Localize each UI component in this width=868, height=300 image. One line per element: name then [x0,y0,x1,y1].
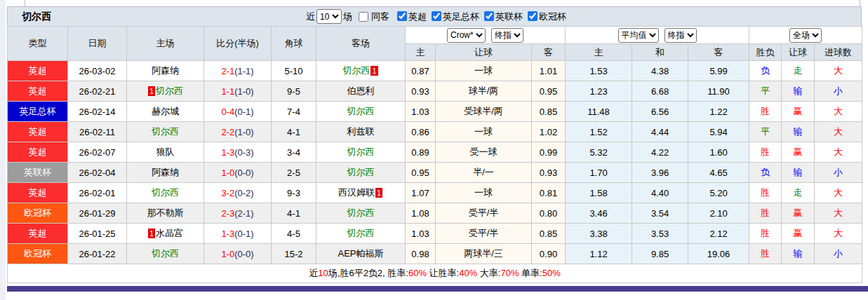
handicap-result-cell: 赢 [782,203,815,224]
goals-result-cell: 大 [815,102,862,122]
handicap-result-cell: 输 [782,81,815,102]
crow-away-odds: 0.81 [532,183,566,203]
bottom-bar [7,286,868,292]
away-team: 切尔西1 [316,61,406,81]
games-label: 场 [343,11,352,23]
subcol-home-odds: 主 [406,44,436,61]
summary-row: 近10场,胜6平2负2, 胜率:60% 让胜率:40% 大率:70% 单率:50… [8,264,862,283]
avg-home-odds: 11.48 [566,102,632,122]
team-name: 伯恩利 [347,86,375,96]
goals-result-cell: 大 [815,122,862,142]
avg-home-odds: 3.38 [566,224,632,244]
team-name: 切尔西 [347,106,375,116]
home-team: 阿森纳 [127,163,204,183]
match-date: 26-02-11 [68,122,127,142]
handicap-result-cell: 输 [782,244,815,264]
avg-draw-odds: 4.38 [632,61,688,81]
score-cell: 2-2(1-0) [204,122,272,142]
result-group-header: 全场 [749,27,862,44]
score-cell: 2-1(1-1) [204,61,272,81]
avg-home-odds: 1.58 [566,183,632,203]
handicap-result-cell: 赢 [782,102,815,122]
corners: 15-2 [272,244,316,264]
league-checkbox-label: 英联杯 [495,11,523,22]
crow-home-odds: 0.93 [406,81,436,102]
result-cell: 胜 [749,102,782,122]
avg-away-odds: 2.12 [688,224,749,244]
fulltime-select[interactable]: 全场 [789,28,822,43]
same-away-label: 同客 [371,11,389,23]
same-away-checkbox[interactable] [359,12,368,22]
team-name: 切尔西 [152,248,179,259]
league-badge: 英超 [8,61,68,81]
handicap-result-cell: 走 [782,183,815,203]
team-name: 切尔西 [347,146,375,157]
match-date: 26-02-14 [68,102,127,122]
crow-away-odds: 0.90 [532,244,566,264]
fulltime-score: 1-3 [221,147,234,158]
league-checkbox-3[interactable] [484,11,494,21]
match-date: 26-02-04 [68,163,127,183]
avg-away-odds: 11.90 [688,81,749,102]
league-badge: 英足总杯 [8,102,68,122]
team-name: 狼队 [156,146,175,157]
crow-handicap: 两球半/三 [436,244,532,264]
avg-home-odds: 5.32 [566,142,632,163]
fulltime-score: 3-2 [221,188,234,198]
summary-stat-value: 10 [318,268,328,278]
away-team: 切尔西 [316,142,406,163]
home-team: 阿森纳 [127,61,204,81]
fulltime-score: 1-3 [221,229,234,239]
crow-home-odds: 0.89 [406,142,436,163]
corners: 3-4 [272,142,316,163]
rank-badge: 1 [148,229,155,238]
matches-table: 类型 日期 主场 比分(半场) 角球 客场 Crow* 终指 平均值 [7,26,862,283]
avg-home-odds: 1.12 [566,244,632,264]
team-name: 切尔西 [152,187,179,198]
subcol-avg-away: 客 [688,44,749,61]
league-checkbox-4[interactable] [528,11,538,21]
goals-result-cell: 小 [815,163,862,183]
result-cell: 胜 [749,183,782,203]
team-name: 阿森纳 [152,65,179,76]
result-cell: 平 [749,81,782,102]
average-select[interactable]: 平均值 [618,28,659,43]
halftime-score: (1-1) [234,66,253,76]
avg-draw-odds: 6.68 [632,81,688,102]
goals-result-cell: 大 [815,224,862,244]
crow-home-odds: 0.95 [406,163,436,183]
left-margin-strip [0,0,6,300]
table-row: 英联杯26-02-04阿森纳1-0(0-0)2-5切尔西0.95半/一0.931… [8,163,862,183]
corners: 2-5 [272,163,316,183]
recent-games-select[interactable]: 10 [316,9,342,24]
league-checkbox-2[interactable] [432,11,441,21]
corners: 9-5 [272,81,316,102]
home-team: 切尔西 [127,183,204,203]
goals-result-cell: 大 [815,203,862,224]
corners: 5-10 [272,61,316,81]
match-date: 26-02-01 [68,183,127,203]
bookmaker-select[interactable]: Crow* [447,28,486,43]
handicap-result-cell: 输 [782,122,815,142]
summary-text: 让胜率: [427,268,459,278]
crow-away-odds: 0.80 [532,203,566,224]
top-strip-divider [25,0,25,6]
fulltime-score: 1-0 [221,249,234,259]
avg-away-odds: 1.60 [688,142,749,163]
final-odds-select-2[interactable]: 终指 [665,28,697,43]
subcol-avg-draw: 和 [632,44,688,61]
home-team: 1水晶宫 [127,224,204,244]
avg-away-odds: 5.99 [688,61,749,81]
league-checkbox-1[interactable] [397,11,407,21]
crow-home-odds: 1.08 [406,203,436,224]
table-row: 英超26-01-251水晶宫1-3(0-1)4-5切尔西1.03受平/半0.85… [8,224,862,244]
team-name: 切尔西 [342,65,370,76]
final-odds-select-1[interactable]: 终指 [491,28,523,43]
avg-away-odds: 19.06 [688,244,749,264]
subcol-result: 胜负 [749,44,782,61]
team-name: 切尔西 [347,228,375,238]
team-name: 切尔西 [347,207,375,218]
league-badge: 欧冠杯 [8,244,68,264]
crow-away-odds: 0.95 [532,81,566,102]
goals-result-cell: 大 [815,183,862,203]
